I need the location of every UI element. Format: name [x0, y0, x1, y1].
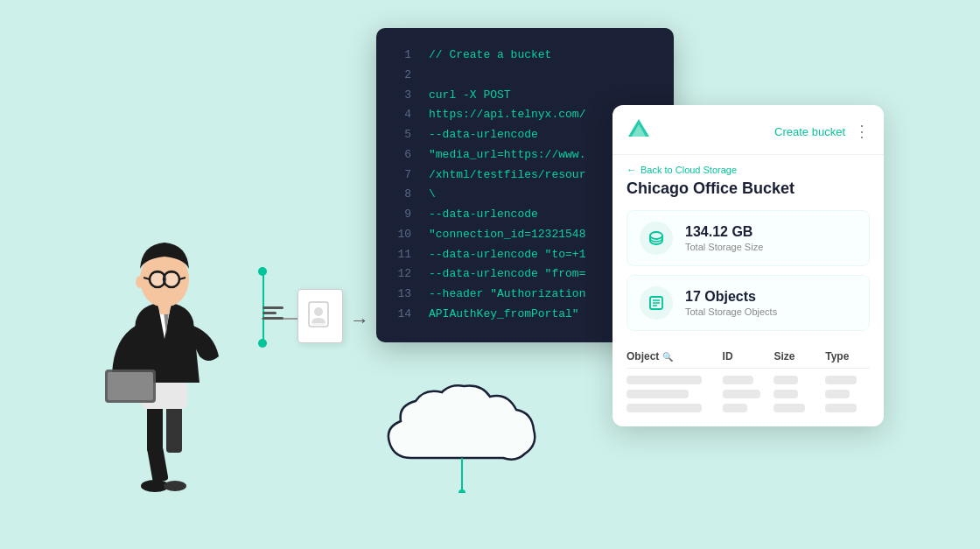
storage-size-label: Total Storage Size — [685, 242, 763, 252]
table-body — [626, 376, 870, 412]
col-size: Size — [774, 350, 818, 362]
skeleton-cell — [626, 376, 702, 384]
objects-count-card: 17 Objects Total Storage Objects — [626, 275, 870, 331]
svg-point-17 — [164, 271, 179, 287]
objects-count-icon — [640, 286, 673, 320]
col-type: Type — [825, 350, 870, 362]
skeleton-cell — [825, 390, 850, 398]
code-line-2: 2 — [397, 66, 653, 86]
objects-count-info: 17 Objects Total Storage Objects — [685, 289, 777, 317]
svg-point-21 — [136, 276, 144, 288]
skeleton-cell — [626, 390, 689, 398]
code-line-1: 1 // Create a bucket — [397, 46, 653, 66]
code-line-3: 3 curl -X POST — [397, 86, 653, 106]
skeleton-cell — [723, 404, 747, 412]
skeleton-cell — [774, 404, 805, 412]
objects-count-label: Total Storage Objects — [685, 306, 777, 317]
storage-size-icon — [640, 222, 673, 255]
skeleton-cell — [825, 404, 857, 412]
skeleton-cell — [825, 376, 857, 384]
skeleton-cell — [723, 376, 754, 384]
create-bucket-link[interactable]: Create bucket — [774, 125, 845, 138]
person-illustration — [70, 181, 262, 549]
stats-row: 134.12 GB Total Storage Size 17 Objects … — [612, 210, 884, 331]
svg-point-2 — [650, 232, 662, 239]
connector-dot-bottom — [258, 339, 267, 348]
col-object: Object 🔍 — [626, 350, 716, 362]
skeleton-cell — [626, 404, 702, 412]
telnyx-logo — [626, 117, 651, 145]
svg-point-11 — [164, 481, 186, 491]
skeleton-cell — [723, 390, 760, 398]
svg-point-24 — [314, 307, 323, 316]
skeleton-cell — [774, 390, 798, 398]
table-row — [626, 390, 870, 398]
objects-table: Object 🔍 ID Size Type — [612, 343, 884, 426]
svg-rect-22 — [159, 302, 170, 314]
panel-header-actions: Create bucket ⋮ — [774, 122, 870, 141]
storage-size-value: 134.12 GB — [685, 224, 763, 240]
svg-rect-14 — [108, 372, 153, 400]
document-icon-box — [298, 289, 343, 343]
menu-lines-icon — [262, 306, 284, 320]
objects-count-value: 17 Objects — [685, 289, 777, 305]
panel-header: Create bucket ⋮ — [612, 105, 884, 155]
object-search-icon[interactable]: 🔍 — [662, 352, 673, 362]
svg-point-27 — [458, 489, 466, 493]
table-row — [626, 376, 870, 384]
table-row — [626, 404, 870, 412]
skeleton-cell — [774, 376, 798, 384]
col-id: ID — [723, 350, 767, 362]
back-to-storage-link[interactable]: Back to Cloud Storage — [612, 155, 884, 179]
workflow-arrow: → — [350, 309, 369, 332]
storage-size-card: 134.12 GB Total Storage Size — [626, 210, 870, 266]
bucket-title: Chicago Office Bucket — [612, 179, 884, 210]
cloud-storage-panel: Create bucket ⋮ Back to Cloud Storage Ch… — [612, 105, 884, 426]
more-options-icon[interactable]: ⋮ — [854, 122, 870, 141]
table-header: Object 🔍 ID Size Type — [626, 343, 870, 369]
cloud-illustration — [368, 379, 578, 496]
svg-rect-9 — [147, 446, 169, 483]
storage-size-info: 134.12 GB Total Storage Size — [685, 224, 763, 252]
connector-dot-top — [258, 267, 267, 276]
